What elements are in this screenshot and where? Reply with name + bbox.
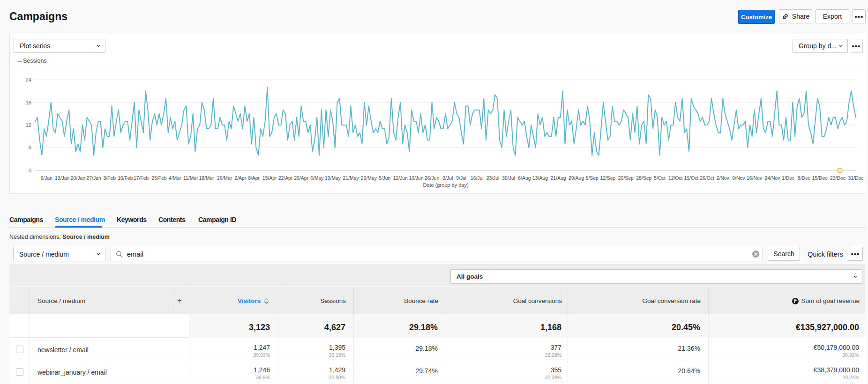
svg-text:28/Sep: 28/Sep: [636, 176, 651, 181]
svg-text:2/Apr: 2/Apr: [234, 176, 246, 181]
svg-text:20/Jan: 20/Jan: [71, 176, 85, 181]
svg-text:15/Dec: 15/Dec: [812, 176, 828, 181]
svg-text:13/Aug: 13/Aug: [532, 176, 548, 181]
svg-text:23/Dec: 23/Dec: [830, 176, 846, 181]
svg-text:27/Jan: 27/Jan: [86, 176, 101, 181]
svg-text:Date (group by day): Date (group by day): [423, 182, 468, 188]
svg-text:9/Jul: 9/Jul: [456, 176, 466, 181]
svg-text:24: 24: [26, 77, 31, 82]
svg-text:0: 0: [29, 168, 31, 173]
svg-text:18: 18: [26, 100, 31, 105]
svg-text:12/Oct: 12/Oct: [668, 176, 683, 181]
svg-text:29/Aug: 29/Aug: [569, 176, 584, 181]
svg-text:26/Oct: 26/Oct: [700, 176, 714, 181]
svg-text:5/Oct: 5/Oct: [654, 176, 666, 181]
svg-text:26/Mar: 26/Mar: [217, 176, 232, 181]
svg-text:9/Nov: 9/Nov: [732, 176, 745, 181]
svg-text:16/Nov: 16/Nov: [747, 176, 763, 181]
svg-text:29/Apr: 29/Apr: [294, 176, 308, 181]
svg-text:12: 12: [26, 122, 31, 128]
svg-text:5/Jun: 5/Jun: [379, 176, 391, 181]
svg-text:1/Dec: 1/Dec: [782, 176, 794, 181]
svg-text:26/Jun: 26/Jun: [425, 176, 439, 181]
svg-text:21/May: 21/May: [343, 176, 359, 181]
svg-text:30/Jul: 30/Jul: [502, 176, 515, 181]
svg-text:17/Feb: 17/Feb: [134, 176, 149, 181]
svg-text:6/Aug: 6/Aug: [518, 176, 531, 181]
svg-text:4/Mar: 4/Mar: [169, 176, 181, 181]
svg-text:13/May: 13/May: [325, 176, 341, 181]
svg-text:19/Jun: 19/Jun: [409, 176, 423, 181]
svg-text:25/Feb: 25/Feb: [151, 176, 167, 181]
svg-text:6/Jan: 6/Jan: [40, 176, 52, 181]
svg-text:11/Mar: 11/Mar: [183, 176, 198, 181]
svg-text:10/Feb: 10/Feb: [118, 176, 133, 181]
svg-text:6: 6: [29, 145, 31, 150]
svg-text:20/Sep: 20/Sep: [618, 176, 634, 181]
svg-text:12/Sep: 12/Sep: [600, 176, 615, 181]
svg-text:18/Mar: 18/Mar: [199, 176, 214, 181]
svg-text:22/Apr: 22/Apr: [278, 176, 293, 181]
svg-text:8/Dec: 8/Dec: [798, 176, 810, 181]
svg-text:16/Jul: 16/Jul: [471, 176, 484, 181]
svg-text:24/Nov: 24/Nov: [765, 176, 781, 181]
svg-text:29/May: 29/May: [361, 176, 377, 181]
svg-text:8/Apr: 8/Apr: [248, 176, 260, 181]
svg-text:6/May: 6/May: [310, 176, 324, 181]
svg-text:23/Jul: 23/Jul: [486, 176, 500, 181]
svg-text:13/Jan: 13/Jan: [55, 176, 69, 181]
svg-text:3/Jul: 3/Jul: [442, 176, 453, 181]
svg-text:5/Sep: 5/Sep: [586, 176, 599, 181]
svg-text:31/Dec: 31/Dec: [848, 176, 864, 181]
svg-text:2/Nov: 2/Nov: [717, 176, 730, 181]
svg-text:3/Feb: 3/Feb: [103, 176, 116, 181]
svg-text:21/Aug: 21/Aug: [551, 176, 566, 181]
svg-text:15/Apr: 15/Apr: [262, 176, 277, 181]
svg-text:19/Oct: 19/Oct: [684, 176, 698, 181]
svg-text:12/Jun: 12/Jun: [393, 176, 408, 181]
